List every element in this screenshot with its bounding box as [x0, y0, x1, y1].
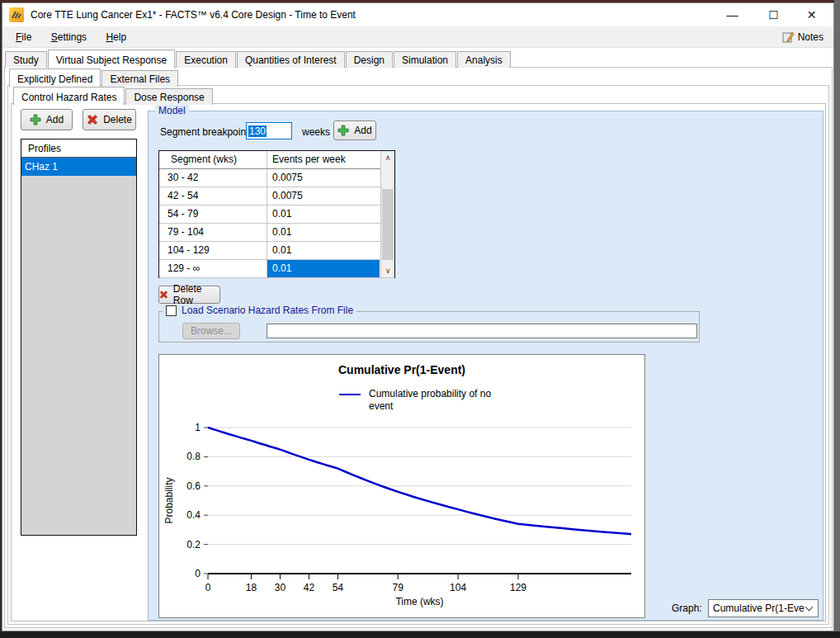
table-row: 79 - 104 0.01 [159, 224, 394, 242]
notes-pencil-icon [781, 31, 795, 44]
hazard-rates-table: Segment (wks) Events per week 30 - 42 0.… [158, 150, 395, 278]
y-tick-label: 0.6 [186, 480, 201, 492]
tab-simulation[interactable]: Simulation [394, 51, 456, 68]
profiles-list: Profiles CHaz 1 [21, 139, 137, 536]
segment-cell[interactable]: 30 - 42 [159, 169, 267, 187]
segment-cell[interactable]: 54 - 79 [159, 206, 267, 223]
segment-breakpoint-input[interactable]: 130 [246, 122, 292, 139]
table-row: 104 - 129 0.01 [159, 242, 394, 260]
y-tick-label: 0.2 [186, 539, 201, 551]
tab-analysis[interactable]: Analysis [457, 51, 511, 68]
graph-selector-dropdown[interactable]: Cumulative Pr(1-Eve [708, 599, 819, 617]
profiles-list-header: Profiles [21, 139, 136, 158]
scroll-up-icon[interactable]: ∧ [381, 151, 394, 164]
plus-icon [30, 114, 41, 125]
x-tick-label: 42 [304, 582, 315, 593]
x-tick-label: 0 [205, 582, 211, 593]
segment-breakpoint-label: Segment breakpoint: [160, 126, 252, 138]
main-tab-strip: Study Virtual Subject Response Execution… [5, 50, 512, 68]
facts-app-icon [9, 7, 24, 22]
tab-control-hazard-rates[interactable]: Control Hazard Rates [13, 87, 125, 106]
segment-cell[interactable]: 129 - ∞ [159, 260, 267, 277]
table-row: 42 - 54 0.0075 [159, 187, 394, 206]
chart-plot-svg: 00.20.40.60.8101830425479104129Time (wks… [159, 355, 644, 617]
survival-curve [208, 428, 631, 534]
x-tick-label: 18 [246, 582, 257, 593]
close-button[interactable]: ✕ [793, 3, 830, 26]
segment-cell[interactable]: 104 - 129 [159, 242, 267, 259]
taskbar-sliver [0, 631, 840, 638]
model-group-label: Model [155, 105, 189, 116]
segment-cell[interactable]: 42 - 54 [159, 187, 267, 205]
x-tick-label: 104 [450, 582, 466, 593]
file-path-input[interactable] [267, 324, 697, 338]
load-scenario-label: Load Scenario Hazard Rates From File [182, 305, 353, 316]
rate-cell[interactable]: 0.01 [267, 206, 380, 223]
profile-item-chaz1[interactable]: CHaz 1 [21, 158, 136, 176]
title-bar[interactable]: Core TTE Lung Cancer Ex1* - FACTS™ v6.4 … [2, 3, 833, 26]
level2-tab-strip: Explicitly Defined External Files [9, 69, 179, 87]
delete-row-label: Delete Row [173, 283, 219, 306]
notes-button[interactable]: Notes [778, 29, 827, 45]
level3-tab-strip: Control Hazard Rates Dose Response [13, 87, 214, 105]
plus-icon [337, 125, 349, 136]
x-tick-label: 30 [275, 582, 286, 593]
window-title: Core TTE Lung Cancer Ex1* - FACTS™ v6.4 … [31, 9, 356, 21]
desktop-background-right [834, 0, 840, 631]
menu-bar: File Settings Help Notes [2, 26, 833, 48]
x-icon [87, 114, 98, 125]
y-tick-label: 0 [195, 568, 201, 579]
segment-cell[interactable]: 79 - 104 [159, 224, 267, 241]
rate-cell[interactable]: 0.01 [267, 224, 380, 241]
tab-execution[interactable]: Execution [176, 51, 236, 68]
tab-explicitly-defined[interactable]: Explicitly Defined [9, 69, 101, 87]
y-tick-label: 0.4 [186, 509, 201, 521]
scrollbar-thumb[interactable] [382, 189, 394, 260]
y-tick-label: 0.8 [186, 451, 201, 462]
load-scenario-checkbox[interactable] [166, 305, 177, 316]
col-header-segment: Segment (wks) [159, 151, 267, 168]
survival-chart: Cumulative Pr(1-Event) Cumulative probab… [158, 354, 645, 618]
y-tick-label: 1 [195, 422, 201, 433]
add-segment-button[interactable]: Add [333, 121, 376, 140]
tab-virtual-subject-response[interactable]: Virtual Subject Response [48, 50, 176, 69]
menu-help[interactable]: Help [97, 27, 134, 47]
maximize-button[interactable]: ☐ [755, 3, 792, 26]
scroll-down-icon[interactable]: ∨ [381, 264, 394, 277]
tab-quantities-of-interest[interactable]: Quantities of Interest [237, 51, 345, 68]
col-header-events: Events per week [267, 151, 380, 168]
x-icon [159, 290, 168, 300]
delete-row-button[interactable]: Delete Row [158, 286, 220, 304]
chevron-down-icon [805, 603, 814, 612]
notes-label: Notes [798, 31, 823, 43]
graph-selected-value: Cumulative Pr(1-Eve [713, 603, 805, 614]
model-group-box: Model Segment breakpoint: 130 weeks Add … [148, 111, 823, 621]
table-row: 129 - ∞ 0.01 [159, 260, 394, 278]
add-segment-label: Add [354, 125, 371, 136]
x-axis-label: Time (wks) [395, 596, 443, 607]
x-tick-label: 129 [510, 582, 526, 593]
y-axis-label: Probability [163, 477, 175, 523]
delete-profile-button[interactable]: Delete [83, 109, 136, 130]
tab-external-files[interactable]: External Files [101, 70, 178, 87]
add-profile-button[interactable]: Add [21, 109, 73, 130]
tab-study[interactable]: Study [5, 51, 47, 68]
tab-dose-response[interactable]: Dose Response [125, 88, 212, 105]
rate-cell[interactable]: 0.0075 [267, 187, 380, 205]
hazard-table-header-row: Segment (wks) Events per week [159, 151, 394, 169]
app-window: Core TTE Lung Cancer Ex1* - FACTS™ v6.4 … [2, 2, 834, 631]
browse-button[interactable]: Browse... [182, 323, 240, 339]
table-scrollbar[interactable]: ∧ ∨ [380, 151, 394, 277]
rate-cell-selected[interactable]: 0.01 [267, 260, 380, 277]
add-profile-label: Add [46, 114, 64, 125]
tab-design[interactable]: Design [346, 51, 393, 68]
rate-cell[interactable]: 0.01 [267, 242, 380, 259]
x-tick-label: 79 [393, 582, 404, 593]
load-scenario-group-box: Load Scenario Hazard Rates From File Bro… [158, 311, 700, 343]
menu-file[interactable]: File [7, 27, 40, 47]
rate-cell[interactable]: 0.0075 [267, 169, 380, 187]
menu-settings[interactable]: Settings [43, 27, 95, 47]
minimize-button[interactable]: — [714, 3, 751, 26]
weeks-label: weeks [302, 126, 330, 138]
table-row: 54 - 79 0.01 [159, 206, 394, 224]
